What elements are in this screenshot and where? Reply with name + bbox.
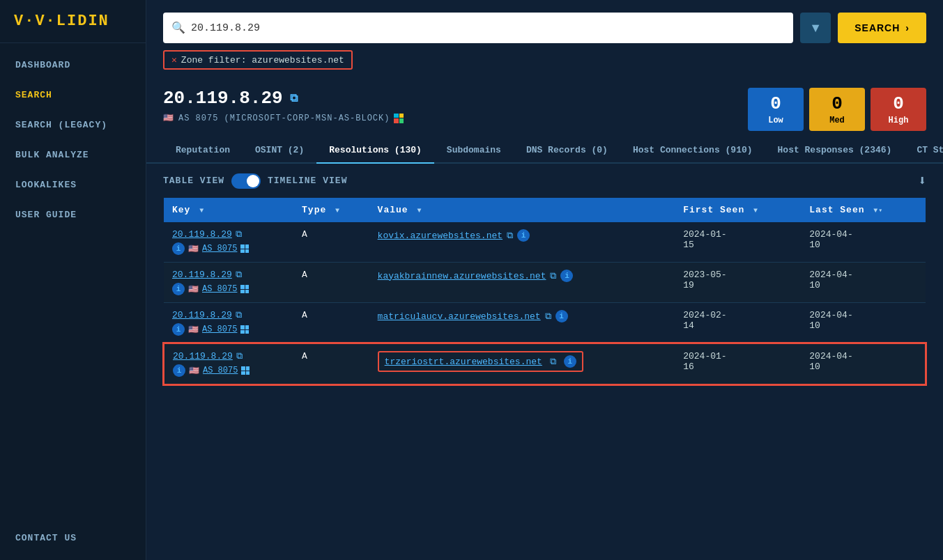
key-link-2[interactable]: 20.119.8.29 [172,270,232,280]
grid-icon-1[interactable] [240,244,249,253]
key-cell-3: 20.119.8.29 ⧉ i 🇺🇸 AS 8075 [164,303,293,344]
score-med-value: 0 [831,93,843,114]
value-info-icon-4[interactable]: i [564,355,576,368]
type-cell-2: A [293,263,369,303]
first-seen-cell-4: 2024-01- 16 [675,343,801,384]
filter-icon: ▼ [809,21,822,36]
key-link-3[interactable]: 20.119.8.29 [172,310,232,320]
main-content: 🔍 ▼ SEARCH › ✕ Zone filter: azurewebsite… [146,0,943,560]
table-view-label: TABLE VIEW [163,176,224,186]
col-header-last-seen[interactable]: Last Seen ▼▾ [801,198,926,222]
timeline-view-label: TIMELINE VIEW [268,176,347,186]
flag-icon-2: 🇺🇸 [188,284,199,295]
value-info-icon-3[interactable]: i [555,310,568,322]
copy-ip-icon[interactable]: ⧉ [290,92,298,105]
value-info-icon-2[interactable]: i [560,270,573,282]
resolutions-table: Key ▼ Type ▼ Value ▼ First Seen ▼ [163,198,926,385]
type-cell-1: A [293,222,369,263]
last-seen-cell-2: 2024-04- 10 [801,263,926,303]
copy-key-icon-2[interactable]: ⧉ [236,270,242,280]
sidebar-nav: DASHBOARD SEARCH SEARCH (LEGACY) BULK AN… [0,43,146,560]
sidebar-item-user-guide[interactable]: USER GUIDE [0,200,146,230]
tab-subdomains[interactable]: Subdomains [434,138,514,164]
zone-filter-tag[interactable]: ✕ Zone filter: azurewebsites.net [163,50,353,70]
value-cell-2: kayakbrainnew.azurewebsites.net ⧉ i [369,263,675,303]
copy-key-icon-4[interactable]: ⧉ [236,351,243,361]
copy-value-icon-4[interactable]: ⧉ [550,357,556,367]
value-link-1[interactable]: kovix.azurewebsites.net [378,231,503,241]
value-sort-icon: ▼ [417,207,422,215]
logo: V·V·LIDIN [0,0,146,43]
score-high-label: High [889,116,909,125]
first-seen-sort-icon: ▼ [753,207,758,215]
copy-key-icon-1[interactable]: ⧉ [236,229,242,240]
grid-icon-3[interactable] [240,325,249,334]
type-sort-icon: ▼ [335,207,340,215]
sidebar-item-lookalikes[interactable]: LOOKALIKES [0,170,146,200]
sidebar: V·V·LIDIN DASHBOARD SEARCH SEARCH (LEGAC… [0,0,146,560]
sidebar-item-bulk-analyze[interactable]: BULK ANALYZE [0,140,146,170]
table-row-highlighted: 20.119.8.29 ⧉ i 🇺🇸 AS 8075 A [164,343,926,384]
filter-button[interactable]: ▼ [800,13,831,43]
remove-filter-icon[interactable]: ✕ [171,54,177,65]
tab-dns-records[interactable]: DNS Records (0) [514,138,620,164]
col-header-type[interactable]: Type ▼ [293,198,369,222]
col-header-first-seen[interactable]: First Seen ▼ [675,198,801,222]
info-icon-3[interactable]: i [172,323,185,336]
tab-reputation[interactable]: Reputation [163,138,243,164]
tab-ct-stream[interactable]: CT Stream (0) [904,138,943,164]
windows-icon [394,114,404,123]
search-button[interactable]: SEARCH › [838,13,926,43]
search-area: 🔍 ▼ SEARCH › ✕ Zone filter: azurewebsite… [146,0,943,77]
copy-value-icon-3[interactable]: ⧉ [545,311,551,322]
table-row: 20.119.8.29 ⧉ i 🇺🇸 AS 8075 A [164,222,926,263]
value-info-icon-1[interactable]: i [517,229,530,242]
asn-link-3[interactable]: AS 8075 [202,325,237,334]
copy-value-icon-2[interactable]: ⧉ [550,271,556,281]
search-button-label: SEARCH [854,22,900,33]
tab-host-connections[interactable]: Host Connections (910) [620,138,765,164]
key-link-4[interactable]: 20.119.8.29 [173,351,233,361]
value-link-4[interactable]: trzeriostrt.azurewebsites.net [385,357,542,367]
filter-tag-label: Zone filter: azurewebsites.net [181,55,344,65]
asn-link-1[interactable]: AS 8075 [202,244,237,254]
tab-osint[interactable]: OSINT (2) [243,138,316,164]
col-header-value[interactable]: Value ▼ [369,198,675,222]
last-seen-cell-4: 2024-04- 10 [801,343,926,384]
flag-icon-3: 🇺🇸 [188,325,199,335]
col-header-key[interactable]: Key ▼ [164,198,293,222]
copy-value-icon-1[interactable]: ⧉ [507,231,513,241]
search-input[interactable] [191,22,785,34]
info-icon-2[interactable]: i [172,283,185,295]
grid-icon-4[interactable] [241,366,250,375]
key-link-1[interactable]: 20.119.8.29 [172,229,232,240]
sidebar-item-search[interactable]: SEARCH [0,80,146,110]
flag-icon-4: 🇺🇸 [189,366,199,376]
last-seen-cell-1: 2024-04- 10 [801,222,926,263]
score-med-label: Med [829,116,845,125]
ip-subtitle: 🇺🇸 AS 8075 (MICROSOFT-CORP-MSN-AS-BLOCK) [163,113,404,123]
sidebar-item-search-legacy[interactable]: SEARCH (LEGACY) [0,110,146,140]
view-toggle-switch[interactable] [231,173,261,189]
last-seen-sort-icon: ▼▾ [873,207,883,215]
asn-link-4[interactable]: AS 8075 [203,366,238,375]
search-row: 🔍 ▼ SEARCH › [163,13,926,43]
table-row: 20.119.8.29 ⧉ i 🇺🇸 AS 8075 A [164,263,926,303]
score-high-value: 0 [893,93,904,114]
info-icon-4[interactable]: i [173,364,185,377]
sidebar-item-contact-us[interactable]: CONTACT US [0,523,146,553]
download-icon[interactable]: ⬇ [918,172,926,189]
ip-header: 20.119.8.29 ⧉ 🇺🇸 AS 8075 (MICROSOFT-CORP… [146,77,943,138]
grid-icon-2[interactable] [240,285,249,293]
tab-resolutions[interactable]: Resolutions (130) [316,138,434,164]
asn-link-2[interactable]: AS 8075 [202,284,237,294]
info-icon-1[interactable]: i [172,242,185,255]
score-badges: 0 Low 0 Med 0 High [748,88,926,131]
score-med-badge: 0 Med [809,88,865,131]
value-link-2[interactable]: kayakbrainnew.azurewebsites.net [378,271,546,281]
copy-key-icon-3[interactable]: ⧉ [236,310,242,320]
first-seen-cell-3: 2024-02- 14 [675,303,801,344]
sidebar-item-dashboard[interactable]: DASHBOARD [0,50,146,80]
value-link-3[interactable]: matriculaucv.azurewebsites.net [378,311,541,322]
tab-host-responses[interactable]: Host Responses (2346) [765,138,905,164]
